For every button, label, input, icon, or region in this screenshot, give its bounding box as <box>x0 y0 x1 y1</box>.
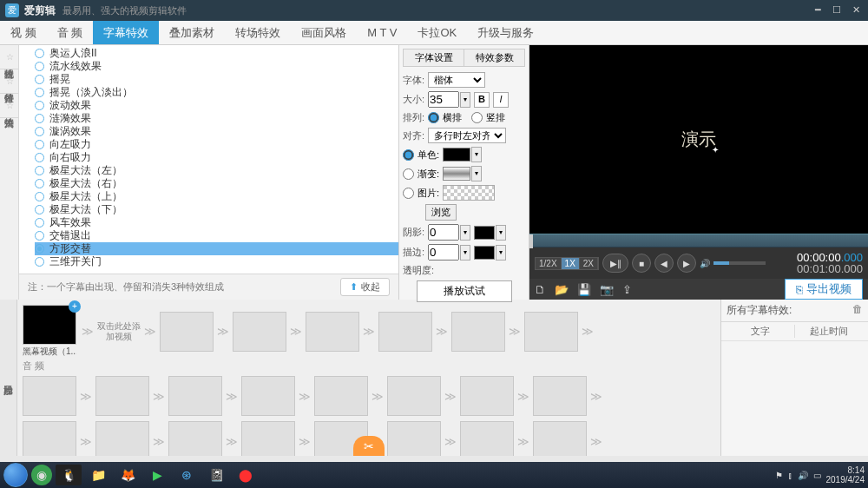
save-icon[interactable]: 💾 <box>577 283 591 296</box>
transition-arrow-icon[interactable]: ≫ <box>516 390 531 403</box>
side-tab-appear[interactable]: ☆出现特效 <box>0 45 18 69</box>
task-icon-firefox[interactable]: 🦊 <box>115 465 141 485</box>
clip-slot[interactable] <box>460 421 514 456</box>
effect-item[interactable]: 极星大法（左） <box>35 164 398 177</box>
transition-arrow-icon[interactable]: ≫ <box>142 325 158 338</box>
effect-item[interactable]: 风车效果 <box>35 216 398 229</box>
attr-tab-font[interactable]: 字体设置 <box>404 49 464 66</box>
volume-slider[interactable] <box>713 261 766 265</box>
transition-arrow-icon[interactable]: ≫ <box>297 390 312 403</box>
clip-slot[interactable] <box>387 376 441 416</box>
color-img-radio[interactable] <box>403 188 414 199</box>
snapshot-icon[interactable]: 📷 <box>600 283 614 296</box>
shadow-color-dd-icon[interactable]: ▾ <box>496 225 506 241</box>
tab-mtv[interactable]: M T V <box>357 21 407 44</box>
scrub-bar[interactable] <box>529 234 868 247</box>
effect-item[interactable]: 奥运人浪II <box>35 47 398 60</box>
tab-transition[interactable]: 转场特效 <box>225 21 291 44</box>
tab-upgrade[interactable]: 升级与服务 <box>467 21 544 44</box>
tab-video[interactable]: 视 频 <box>0 21 47 44</box>
grad-swatch[interactable] <box>443 167 470 181</box>
size-dropdown-icon[interactable]: ▾ <box>460 92 470 108</box>
effect-item[interactable]: 涟漪效果 <box>35 112 398 125</box>
transition-arrow-icon[interactable]: ≫ <box>516 435 531 448</box>
transition-arrow-icon[interactable]: ≫ <box>580 325 595 338</box>
transition-arrow-icon[interactable]: ≫ <box>78 435 94 448</box>
clip-slot[interactable] <box>460 376 514 416</box>
clip-slot[interactable] <box>168 421 222 456</box>
clip-slot[interactable] <box>387 421 441 456</box>
next-frame-button[interactable]: ▶ <box>677 254 696 273</box>
clip-slot[interactable] <box>233 312 286 352</box>
clock[interactable]: 8:142019/4/24 <box>826 465 865 485</box>
shadow-swatch[interactable] <box>474 226 495 240</box>
add-clip-icon[interactable]: + <box>69 300 81 313</box>
transition-arrow-icon[interactable]: ≫ <box>443 435 458 448</box>
transition-arrow-icon[interactable]: ≫ <box>151 390 167 403</box>
transition-arrow-icon[interactable]: ≫ <box>224 435 240 448</box>
effect-item[interactable]: 三维开关门 <box>35 255 398 268</box>
effect-item[interactable]: 向左吸力 <box>35 138 398 151</box>
effect-item[interactable]: 漩涡效果 <box>35 125 398 138</box>
timeline-side-tab[interactable]: 已添加片段 <box>0 300 17 456</box>
stroke-color-dd-icon[interactable]: ▾ <box>496 245 506 260</box>
effects-list[interactable]: 奥运人浪II流水线效果摇晃摇晃（淡入淡出）波动效果涟漪效果漩涡效果向左吸力向右吸… <box>19 45 398 274</box>
transition-arrow-icon[interactable]: ≫ <box>151 435 167 448</box>
transition-arrow-icon[interactable]: ≫ <box>78 390 94 403</box>
bold-button[interactable]: B <box>474 92 490 108</box>
video-preview[interactable]: ✦ 演示 <box>529 45 868 234</box>
attr-tab-params[interactable]: 特效参数 <box>464 49 524 66</box>
transition-arrow-icon[interactable]: ≫ <box>589 435 604 448</box>
task-icon-explorer[interactable]: 📁 <box>85 465 111 485</box>
speed-2x[interactable]: 2X <box>580 258 598 269</box>
tray-network-icon[interactable]: ⫿ <box>788 471 792 480</box>
effect-item[interactable]: 摇晃 <box>35 73 398 86</box>
side-tab-disappear[interactable]: ☆消失特效 <box>0 94 18 118</box>
clip-slot[interactable] <box>241 376 295 416</box>
volume-icon[interactable]: 🔊 <box>700 259 710 268</box>
clip-slot[interactable] <box>314 376 368 416</box>
transition-arrow-icon[interactable]: ≫ <box>507 325 523 338</box>
color-swatch[interactable] <box>443 148 470 162</box>
add-clip-hint[interactable]: 双击此处添加视频 <box>97 321 141 342</box>
effect-item[interactable]: 极星大法（右） <box>35 177 398 190</box>
effect-item[interactable]: 波动效果 <box>35 99 398 112</box>
clip-slot[interactable] <box>160 312 214 352</box>
grad-dropdown-icon[interactable]: ▾ <box>471 166 482 181</box>
effect-item[interactable]: 极星大法（下） <box>35 203 398 216</box>
clip-slot[interactable] <box>533 421 587 456</box>
size-input[interactable] <box>428 91 459 108</box>
color-dropdown-icon[interactable]: ▾ <box>471 147 482 162</box>
clip-slot[interactable] <box>378 312 432 352</box>
share-icon[interactable]: ⇪ <box>622 283 632 296</box>
effect-item[interactable]: 极星大法（上） <box>35 190 398 203</box>
transition-arrow-icon[interactable]: ≫ <box>443 390 458 403</box>
export-video-button[interactable]: ⎘导出视频 <box>785 279 863 300</box>
effect-item[interactable]: 摇晃（淡入淡出） <box>35 86 398 99</box>
tray-flag-icon[interactable]: ⚑ <box>775 471 783 480</box>
transition-arrow-icon[interactable]: ≫ <box>80 325 95 338</box>
color-solid-radio[interactable] <box>403 149 414 161</box>
clip-slot[interactable] <box>306 312 359 352</box>
tab-style[interactable]: 画面风格 <box>291 21 357 44</box>
color-grad-radio[interactable] <box>403 168 414 180</box>
start-button[interactable] <box>3 463 28 487</box>
clip-slot[interactable] <box>241 421 295 456</box>
tab-karaoke[interactable]: 卡拉OK <box>407 21 467 44</box>
stop-button[interactable]: ■ <box>632 254 651 273</box>
clip-slot[interactable] <box>23 376 76 416</box>
tab-subtitle-fx[interactable]: 字幕特效 <box>93 21 159 44</box>
tab-audio[interactable]: 音 频 <box>47 21 94 44</box>
speed-1x[interactable]: 1X <box>562 258 580 269</box>
clip-slot[interactable] <box>533 376 587 416</box>
speed-half[interactable]: 1/2X <box>536 258 562 269</box>
open-icon[interactable]: 📂 <box>555 283 569 296</box>
collapse-button[interactable]: ⬆收起 <box>340 278 390 296</box>
shadow-input[interactable] <box>428 224 459 241</box>
close-icon[interactable]: ✕ <box>849 4 863 16</box>
playhead-icon[interactable] <box>529 234 533 248</box>
stroke-dd-icon[interactable]: ▾ <box>460 245 470 260</box>
browse-button[interactable]: 浏览 <box>425 204 457 221</box>
task-icon-1[interactable]: ◉ <box>31 465 52 485</box>
prev-frame-button[interactable]: ◀ <box>654 254 674 273</box>
